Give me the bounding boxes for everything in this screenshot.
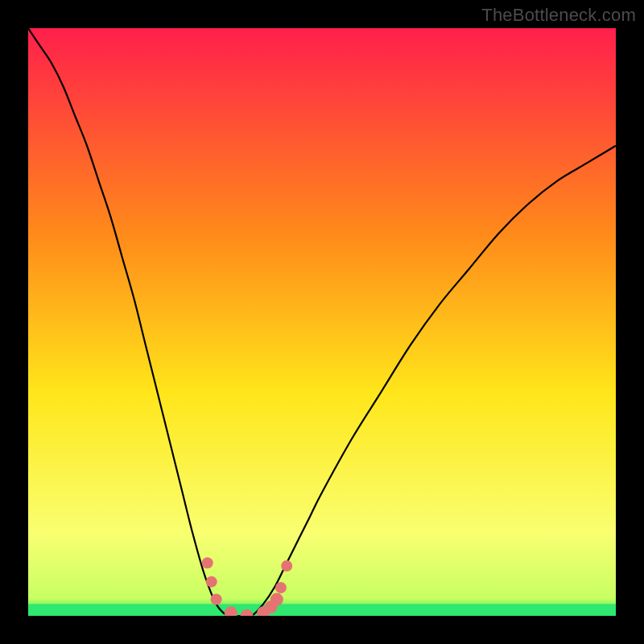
chart-stage: TheBottleneck.com: [0, 0, 644, 644]
gradient-background: [28, 28, 616, 616]
svg-rect-0: [28, 28, 616, 616]
zero-bottleneck-band: [28, 604, 616, 616]
watermark-label: TheBottleneck.com: [481, 5, 636, 26]
plot-area: [28, 28, 616, 616]
